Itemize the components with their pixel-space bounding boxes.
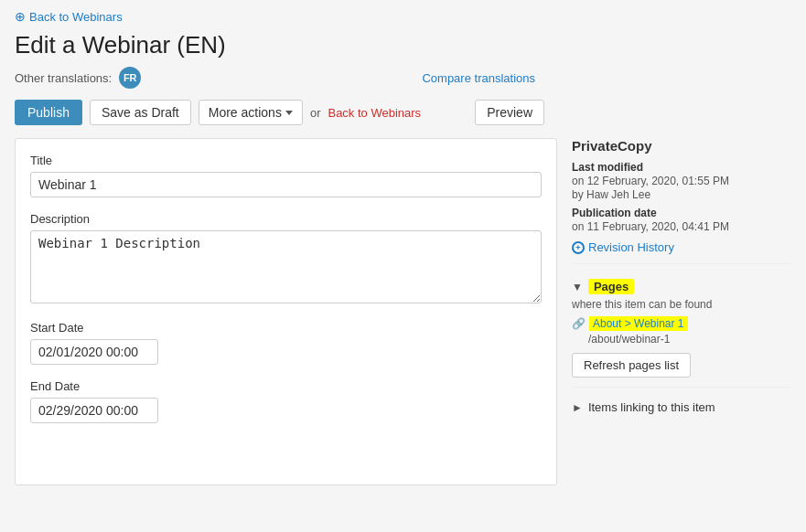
toolbar: Publish Save as Draft More actions or Ba… [15,100,791,125]
publication-date-value: on 11 February, 2020, 04:41 PM [572,220,791,233]
page-link-row: 🔗 About > Webinar 1 [572,316,791,331]
page-title: Edit a Webinar (EN) [15,31,791,59]
last-modified-by: by Haw Jeh Lee [572,188,791,201]
end-date-label: End Date [30,379,542,393]
pages-badge: Pages [588,279,634,294]
more-actions-button[interactable]: More actions [199,100,303,125]
title-group: Title [30,154,542,197]
back-link-label: Back to Webinars [29,10,123,24]
title-input[interactable] [30,172,542,197]
last-modified-date: on 12 February, 2020, 01:55 PM [572,175,791,187]
pages-header: ▼ Pages [572,279,791,294]
back-to-webinars-link[interactable]: ⊕ Back to Webinars [15,9,791,24]
start-date-group: Start Date [30,321,542,365]
or-text: or [310,106,321,120]
last-modified-label: Last modified [572,161,791,174]
save-draft-button[interactable]: Save as Draft [90,100,191,125]
divider-2 [572,387,791,388]
back-webinars-toolbar-link[interactable]: Back to Webinars [328,106,421,120]
revision-history-link[interactable]: + Revision History [572,240,791,254]
items-linking-collapse-icon: ► [572,401,583,414]
publish-button[interactable]: Publish [15,100,82,125]
fr-badge[interactable]: FR [119,67,141,89]
publication-date-label: Publication date [572,207,791,219]
compare-translations-link[interactable]: Compare translations [422,71,535,85]
description-textarea[interactable]: Webinar 1 Description [30,230,542,303]
side-panel: PrivateCopy Last modified on 12 February… [572,138,791,485]
back-arrow-icon: ⊕ [15,9,26,24]
caret-icon [285,111,293,115]
start-date-input[interactable] [30,339,158,365]
items-linking-label: Items linking to this item [588,400,715,414]
pages-section: ▼ Pages where this item can be found 🔗 A… [572,279,791,378]
items-linking-header[interactable]: ► Items linking to this item [572,400,791,414]
preview-button[interactable]: Preview [475,100,544,125]
refresh-pages-button[interactable]: Refresh pages list [572,353,691,378]
end-date-group: End Date [30,379,542,423]
title-label: Title [30,154,542,167]
description-label: Description [30,212,542,226]
start-date-label: Start Date [30,321,542,335]
translations-label: Other translations: [15,71,112,85]
more-actions-label: More actions [209,105,282,120]
main-content: Title Description Webinar 1 Description … [15,138,791,485]
end-date-input[interactable] [30,398,158,423]
revision-history-label: Revision History [588,240,674,254]
translations-row: Other translations: FR Compare translati… [15,67,791,89]
page-path: /about/webinar-1 [588,333,791,346]
page-link-icon: 🔗 [572,317,586,330]
items-linking-section: ► Items linking to this item [572,400,791,414]
pages-subtitle: where this item can be found [572,298,791,311]
circle-icon: + [572,241,585,254]
divider [572,263,791,264]
form-panel: Title Description Webinar 1 Description … [15,138,557,485]
private-copy-title: PrivateCopy [572,138,791,154]
description-group: Description Webinar 1 Description [30,212,542,306]
page-link[interactable]: About > Webinar 1 [589,316,688,331]
pages-collapse-icon[interactable]: ▼ [572,281,583,293]
